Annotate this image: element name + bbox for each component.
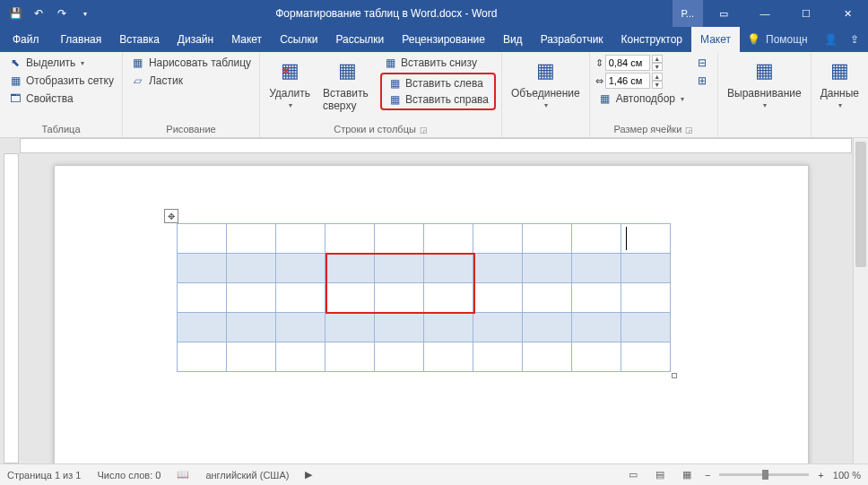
autofit-button[interactable]: ▦Автоподбор [595, 91, 687, 107]
tell-me[interactable]: 💡 Помощн [740, 27, 815, 52]
insert-left-button[interactable]: ▦Вставить слева [385, 75, 491, 91]
tab-mailings[interactable]: Рассылки [326, 27, 393, 52]
col-width-up[interactable]: ▲ [652, 73, 663, 81]
draw-table-button[interactable]: ▦Нарисовать таблицу [128, 55, 254, 71]
row-height-down[interactable]: ▼ [652, 63, 663, 71]
distribute-cols-icon: ⊞ [695, 74, 709, 88]
row-height[interactable]: ⇕ ▲▼ [595, 55, 687, 71]
distribute-cols-button[interactable]: ⊞ [692, 73, 712, 89]
delete-button[interactable]: ▦✕ Удалить [265, 55, 314, 122]
tab-home[interactable]: Главная [52, 27, 111, 52]
grid-icon: ▦ [8, 74, 22, 88]
ribbon-display-icon[interactable]: ▭ [703, 0, 744, 27]
zoom-out-button[interactable]: − [705, 470, 710, 481]
share-icon[interactable]: ⇪ [850, 33, 859, 46]
select-button[interactable]: ⬉Выделить [5, 55, 117, 71]
undo-icon[interactable]: ↶ [30, 7, 47, 20]
col-width-input[interactable] [605, 73, 650, 89]
tab-insert[interactable]: Вставка [110, 27, 169, 52]
insert-below-button[interactable]: ▦Вставить снизу [380, 55, 496, 71]
tab-table-design[interactable]: Конструктор [612, 27, 691, 52]
save-icon[interactable]: 💾 [7, 7, 23, 20]
eraser-button[interactable]: ▱Ластик [128, 73, 254, 89]
distribute-rows-button[interactable]: ⊟ [692, 55, 712, 71]
print-layout-icon[interactable]: ▤ [651, 469, 669, 481]
delete-table-icon: ▦✕ [275, 56, 304, 85]
tab-table-layout[interactable]: Макет [691, 27, 740, 52]
row-height-up[interactable]: ▲ [652, 55, 663, 63]
table-row [178, 313, 671, 342]
status-macro-icon[interactable]: ▶ [305, 469, 312, 481]
group-label-merge [508, 122, 584, 137]
insert-left-icon: ▦ [387, 76, 402, 91]
insert-above-icon: ▦ [333, 56, 361, 85]
dialog-launcher-icon[interactable]: ◲ [420, 126, 428, 134]
group-label-data [817, 122, 863, 137]
highlighted-insert-group: ▦Вставить слева ▦Вставить справа [380, 73, 496, 110]
zoom-level[interactable]: 100 % [833, 470, 861, 481]
contextual-tab-label: Р... [673, 0, 703, 27]
tab-references[interactable]: Ссылки [271, 27, 326, 52]
tab-layout[interactable]: Макет [222, 27, 271, 52]
merge-button[interactable]: ▦ Объединение [508, 55, 584, 122]
distribute-rows-icon: ⊟ [695, 56, 709, 70]
title-bar: 💾 ↶ ↷ ▾ Форматирование таблиц в Word.doc… [0, 0, 868, 27]
document-workspace: ✥ [0, 138, 868, 463]
read-mode-icon[interactable]: ▭ [624, 469, 642, 481]
pencil-table-icon: ▦ [131, 56, 145, 70]
col-width-down[interactable]: ▼ [652, 81, 663, 89]
tab-design[interactable]: Дизайн [169, 27, 222, 52]
view-gridlines-button[interactable]: ▦Отобразить сетку [5, 73, 117, 89]
row-height-input[interactable] [605, 55, 650, 71]
status-language[interactable]: английский (США) [205, 470, 289, 481]
col-width[interactable]: ⇔ ▲▼ [595, 73, 687, 89]
table-resize-handle-icon[interactable] [672, 373, 677, 378]
properties-button[interactable]: 🗔Свойства [5, 91, 117, 107]
redo-icon[interactable]: ↷ [54, 7, 70, 20]
zoom-knob[interactable] [762, 470, 768, 480]
quick-access-toolbar: 💾 ↶ ↷ ▾ [0, 7, 100, 20]
status-word-count[interactable]: Число слов: 0 [97, 470, 161, 481]
group-label-alignment [724, 122, 805, 137]
group-table: ⬉Выделить ▦Отобразить сетку 🗔Свойства Та… [0, 52, 123, 137]
group-label-rows-cols: Строки и столбцы◲ [265, 122, 496, 137]
text-cursor [626, 227, 627, 250]
page[interactable]: ✥ [54, 165, 809, 463]
group-cell-size: ⇕ ▲▼ ⇔ ▲▼ ▦Автоподбор ⊟ ⊞ Размер ячейки◲ [590, 52, 718, 137]
tab-developer[interactable]: Разработчик [532, 27, 612, 52]
table-row [178, 342, 671, 372]
table-row [178, 283, 671, 313]
merge-icon: ▦ [531, 56, 560, 85]
document-title: Форматирование таблиц в Word.docx - Word [100, 7, 673, 20]
table-move-handle-icon[interactable]: ✥ [164, 209, 178, 223]
status-page[interactable]: Страница 1 из 1 [7, 470, 81, 481]
scrollbar-thumb[interactable] [855, 142, 866, 267]
table-row [178, 254, 671, 283]
document-table[interactable] [177, 223, 671, 372]
zoom-in-button[interactable]: + [818, 470, 823, 481]
qat-customize-icon[interactable]: ▾ [77, 10, 93, 18]
alignment-button[interactable]: ▦ Выравнивание [724, 55, 805, 122]
minimize-icon[interactable]: — [744, 0, 786, 27]
insert-right-icon: ▦ [387, 92, 402, 107]
status-spellcheck-icon[interactable]: 📖 [177, 469, 189, 481]
account-icon[interactable]: 👤 [824, 33, 838, 46]
tab-view[interactable]: Вид [494, 27, 532, 52]
dialog-launcher-icon[interactable]: ◲ [685, 126, 693, 134]
maximize-icon[interactable]: ☐ [786, 0, 827, 27]
insert-above-button[interactable]: ▦ Вставить сверху [319, 55, 375, 122]
data-button[interactable]: ▦ Данные [817, 55, 863, 122]
close-icon[interactable]: ✕ [827, 0, 868, 27]
horizontal-ruler[interactable] [20, 138, 852, 153]
tab-review[interactable]: Рецензирование [393, 27, 494, 52]
alignment-icon: ▦ [750, 56, 778, 85]
vertical-scrollbar[interactable] [853, 138, 868, 463]
tab-file[interactable]: Файл [0, 27, 52, 52]
group-draw: ▦Нарисовать таблицу ▱Ластик Рисование [123, 52, 260, 137]
zoom-slider[interactable] [719, 473, 809, 476]
group-data: ▦ Данные [812, 52, 868, 137]
insert-right-button[interactable]: ▦Вставить справа [385, 91, 491, 108]
vertical-ruler[interactable] [4, 153, 19, 463]
eraser-icon: ▱ [131, 74, 145, 88]
web-layout-icon[interactable]: ▦ [678, 469, 696, 481]
